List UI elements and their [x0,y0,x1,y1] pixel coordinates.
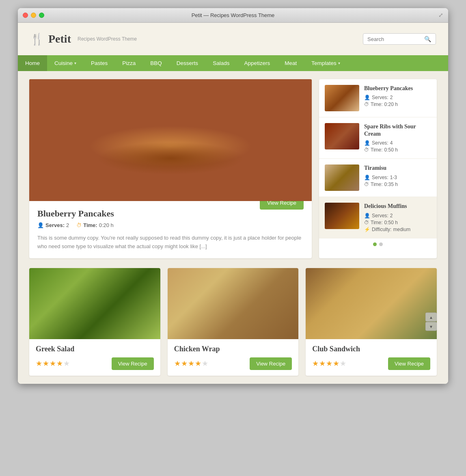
star-3-3: ★ [326,359,332,368]
tiramisu-thumb-img [325,164,359,191]
minimize-button[interactable] [31,13,36,18]
fullscreen-icon: ⤢ [438,12,443,19]
card-title-2: Chicken Wrap [174,345,292,353]
nav-meat[interactable]: Meat [277,55,304,71]
stars-3: ★ ★ ★ ★ ★ [312,359,346,368]
star-1-2: ★ [43,359,49,368]
window-buttons [23,13,44,18]
nav-bbq[interactable]: BBQ [143,55,169,71]
sidebar-time-4: ⏱ Time: 0:50 h [364,220,431,225]
sidebar-meta-1: 👤 Serves: 2 ⏱ Time: 0:20 h [364,95,431,107]
scroll-up-button[interactable]: ▲ [425,313,437,322]
navigation: Home Cuisine ▾ Pastes Pizza BBQ Desserts… [18,55,448,71]
star-3-5: ★ [340,359,346,368]
search-input[interactable] [367,36,424,42]
card-body-3: Club Sandwich ★ ★ ★ ★ ★ View Recipe [306,339,437,376]
sidebar-title-3: Tiramisu [364,164,431,172]
sidebar-recipe-4[interactable]: Delicious Muffins 👤 Serves: 2 ⏱ Time: 0:… [319,197,437,238]
star-1-4: ★ [56,359,63,368]
sidebar-thumb-2 [325,123,359,149]
logo-subtitle: Recipes WordPress Theme [78,36,137,42]
star-3-1: ★ [312,359,319,368]
card-title-3: Club Sandwich [312,345,430,353]
clock-icon-3: ⏱ [364,182,369,187]
star-2-1: ★ [174,359,181,368]
recipe-card-3: Club Sandwich ★ ★ ★ ★ ★ View Recipe [306,268,437,376]
recipe-cards: Greek Salad ★ ★ ★ ★ ★ View Recipe [29,268,437,376]
logo-icon: 🍴 [30,32,44,46]
sidebar-recipe-2[interactable]: Spare Ribs with Sour Cream 👤 Serves: 4 ⏱… [319,117,437,159]
nav-pizza[interactable]: Pizza [115,55,143,71]
cuisine-arrow: ▾ [74,61,76,65]
sidebar-thumb-3 [325,164,359,191]
pancakes-thumb-img [325,85,359,111]
star-1-3: ★ [50,359,56,368]
recipe-card-1: Greek Salad ★ ★ ★ ★ ★ View Recipe [29,268,160,376]
nav-pastes[interactable]: Pastes [84,55,115,71]
bolt-icon-4: ⚡ [364,227,370,232]
person-icon-4: 👤 [364,213,370,219]
card-body-2: Chicken Wrap ★ ★ ★ ★ ★ View Recipe [168,339,299,376]
person-icon-3: 👤 [364,175,370,180]
search-button[interactable]: 🔍 [424,36,431,42]
title-bar: Petit — Recipes WordPress Theme ⤢ [18,8,448,23]
muffins-thumb-img [325,203,359,229]
serves-meta: 👤 Serves: 2 [37,222,69,228]
carousel-dots [319,238,437,250]
featured-title: Blueberry Pancakes [37,208,114,219]
sidebar-title-4: Delicious Muffins [364,203,431,210]
view-recipe-btn-2[interactable]: View Recipe [250,357,292,370]
time-meta: ⏱ Time: 0:20 h [76,222,114,228]
templates-arrow: ▾ [338,61,340,65]
card-footer-3: ★ ★ ★ ★ ★ View Recipe [312,357,430,370]
person-icon-2: 👤 [364,140,370,146]
sidebar-serves-2: 👤 Serves: 4 [364,140,431,146]
nav-desserts[interactable]: Desserts [169,55,205,71]
stars-2: ★ ★ ★ ★ ★ [174,359,208,368]
clock-icon-1: ⏱ [364,102,369,107]
sidebar-serves-1: 👤 Serves: 2 [364,95,431,100]
star-3-4: ★ [333,359,339,368]
sidebar-recipe-1[interactable]: Blueberry Pancakes 👤 Serves: 2 ⏱ Time: 0… [319,79,437,117]
maximize-button[interactable] [39,13,44,18]
sidebar-info-2: Spare Ribs with Sour Cream 👤 Serves: 4 ⏱… [364,123,431,153]
dot-2[interactable] [379,242,383,246]
close-button[interactable] [23,13,28,18]
sidebar-thumb-1 [325,85,359,111]
sidebar-time-1: ⏱ Time: 0:20 h [364,102,431,107]
featured-article: Blueberry Pancakes View Recipe 👤 Serves:… [29,79,312,258]
person-icon: 👤 [37,222,44,228]
sidebar-serves-3: 👤 Serves: 1-3 [364,175,431,180]
sidebar-recipes: Blueberry Pancakes 👤 Serves: 2 ⏱ Time: 0… [319,79,437,258]
logo-title[interactable]: Petit [48,32,71,45]
scroll-controls: ▲ ▼ [425,313,437,331]
nav-templates[interactable]: Templates ▾ [304,55,347,71]
sidebar-title-2: Spare Ribs with Sour Cream [364,123,431,138]
stars-1: ★ ★ ★ ★ ★ [36,359,70,368]
nav-home[interactable]: Home [18,55,47,71]
featured-image [29,79,312,201]
nav-salads[interactable]: Salads [205,55,237,71]
nav-appetizers[interactable]: Appetizers [237,55,277,71]
sidebar-recipe-3[interactable]: Tiramisu 👤 Serves: 1-3 ⏱ Time: 0:35 h [319,159,437,197]
card-footer-2: ★ ★ ★ ★ ★ View Recipe [174,357,292,370]
clock-icon: ⏱ [76,222,82,228]
clock-icon-4: ⏱ [364,220,369,225]
scroll-down-button[interactable]: ▼ [425,322,437,331]
dot-1[interactable] [373,242,377,246]
site-header: 🍴 Petit Recipes WordPress Theme 🔍 [18,23,448,55]
sidebar-time-2: ⏱ Time: 0:50 h [364,147,431,153]
main-content: Blueberry Pancakes View Recipe 👤 Serves:… [18,71,448,384]
sidebar-info-1: Blueberry Pancakes 👤 Serves: 2 ⏱ Time: 0… [364,85,431,107]
sidebar-serves-4: 👤 Serves: 2 [364,213,431,219]
view-recipe-btn-3[interactable]: View Recipe [388,357,430,370]
nav-cuisine[interactable]: Cuisine ▾ [47,55,84,71]
view-recipe-btn-1[interactable]: View Recipe [112,357,154,370]
star-3-2: ★ [319,359,326,368]
recipe-card-2: Chicken Wrap ★ ★ ★ ★ ★ View Recipe [168,268,299,376]
sidebar-title-1: Blueberry Pancakes [364,85,431,92]
sidebar-info-4: Delicious Muffins 👤 Serves: 2 ⏱ Time: 0:… [364,203,431,232]
wrap-image [168,268,299,339]
star-2-2: ★ [181,359,188,368]
sidebar-info-3: Tiramisu 👤 Serves: 1-3 ⏱ Time: 0:35 h [364,164,431,187]
